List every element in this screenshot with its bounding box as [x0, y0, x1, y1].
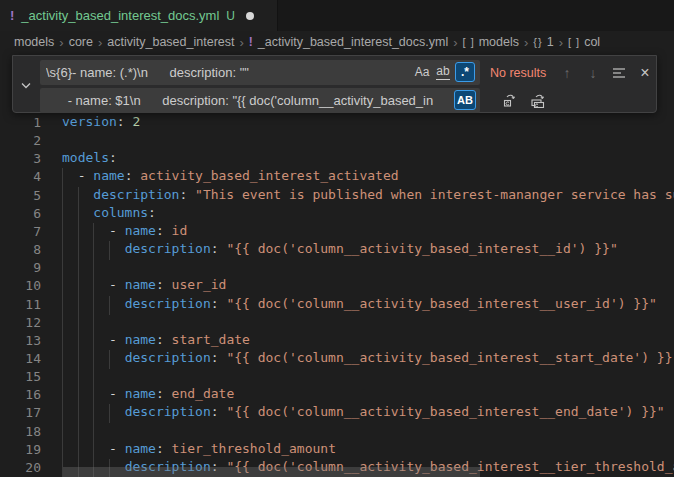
line-number: 9 [0, 259, 41, 278]
line-number: 12 [0, 314, 41, 333]
line-number: 4 [0, 168, 41, 187]
code-line [62, 314, 674, 333]
indent-guide [62, 350, 63, 369]
toggle-replace-chevron-icon[interactable] [17, 77, 35, 93]
indent-guide [93, 259, 94, 278]
line-number: 15 [0, 368, 41, 387]
yaml-file-icon: ! [249, 35, 253, 49]
code-token: models [62, 150, 109, 165]
indent-guide [78, 368, 79, 387]
breadcrumb-label: 1 [547, 35, 554, 49]
replace-input[interactable] [40, 88, 480, 113]
breadcrumb-label: core [69, 35, 93, 49]
code-token: : [156, 277, 172, 292]
git-untracked-badge: U [226, 9, 235, 23]
indent-guide [109, 350, 110, 369]
indent-guide [62, 404, 63, 423]
indent-guide [78, 423, 79, 442]
indent-guide [62, 205, 63, 224]
symbol-object-icon: {} [533, 36, 542, 48]
breadcrumb-label: models [479, 35, 519, 49]
breadcrumb-label: _activity_based_interest_docs.yml [258, 35, 448, 49]
preserve-case-icon[interactable]: AB [454, 90, 476, 110]
indent-guide [78, 223, 79, 242]
indent-guide [93, 441, 94, 460]
line-number: 14 [0, 350, 41, 369]
breadcrumb-item[interactable]: [ ]col [568, 35, 600, 49]
find-in-selection-icon[interactable] [608, 62, 630, 84]
indent-guide [93, 241, 94, 260]
code-token: name [125, 223, 156, 238]
breadcrumb-item[interactable]: core [69, 35, 93, 49]
indent-guide [93, 223, 94, 242]
code-token: "{{ doc('column__activity_based_interest… [226, 350, 674, 365]
breadcrumb-separator-icon: › [239, 35, 243, 50]
code-token: : [211, 404, 227, 419]
code-token: : [211, 350, 227, 365]
next-match-button[interactable]: ↓ [582, 62, 604, 84]
indent-guide [93, 277, 94, 296]
code-token: 2 [132, 114, 140, 129]
use-regex-icon[interactable]: .* [455, 62, 475, 82]
indent-guide [62, 386, 63, 405]
indent-guide [62, 277, 63, 296]
breadcrumb-item[interactable]: {}1 [533, 35, 553, 49]
close-find-widget-icon[interactable]: × [634, 62, 656, 84]
line-number: 20 [0, 459, 41, 477]
code-line [62, 259, 674, 278]
previous-match-button[interactable]: ↑ [556, 62, 578, 84]
indent-guide [62, 187, 63, 206]
symbol-array-icon: [ ] [568, 36, 580, 48]
code-line [62, 132, 674, 151]
indent-guide [78, 441, 79, 460]
code-token: name [125, 332, 156, 347]
code-token: : [156, 441, 172, 456]
symbol-array-icon: [ ] [463, 36, 475, 48]
indent-guide [78, 314, 79, 333]
breadcrumb-item[interactable]: [ ]models [463, 35, 519, 49]
code-line [62, 423, 674, 442]
line-number: 18 [0, 423, 41, 442]
breadcrumb-item[interactable]: !_activity_based_interest_docs.yml [249, 35, 448, 49]
breadcrumb-separator-icon: › [59, 35, 63, 50]
code-line: - name: id [62, 223, 674, 242]
replace-one-icon[interactable] [499, 89, 521, 111]
code-token: : [117, 114, 133, 129]
code-token: description [125, 404, 211, 419]
breadcrumb: models›core›activity_based_interest›!_ac… [0, 31, 674, 53]
indent-guide [62, 259, 63, 278]
code-token: "{{ doc('column__activity_based_interest… [226, 296, 656, 311]
line-number: 1 [0, 114, 41, 133]
indent-guide [62, 296, 63, 315]
indent-guide [93, 314, 94, 333]
code-token: : [156, 332, 172, 347]
breadcrumb-item[interactable]: activity_based_interest [107, 35, 234, 49]
code-line [62, 368, 674, 387]
line-number: 13 [0, 332, 41, 351]
code-token: : [211, 241, 227, 256]
replace-all-icon[interactable] [527, 89, 549, 111]
indent-guide [62, 223, 63, 242]
code-editor[interactable]: 1version: 223models:4 - name: activity_b… [0, 53, 674, 477]
horizontal-scrollbar[interactable] [63, 467, 480, 477]
breadcrumb-item[interactable]: models [14, 35, 54, 49]
code-line: - name: start_date [62, 332, 674, 351]
indent-guide [93, 386, 94, 405]
find-status-text: No results [490, 60, 546, 85]
editor-tab[interactable]: ! _activity_based_interest_docs.yml U [0, 0, 278, 31]
code-line: - name: tier_threshold_amount [62, 441, 674, 460]
indent-guide [78, 277, 79, 296]
code-token: description [93, 187, 179, 202]
code-token: end_date [172, 386, 235, 401]
indent-guide [62, 423, 63, 442]
match-case-icon[interactable]: Aa [412, 62, 432, 82]
indent-guide [78, 205, 79, 224]
line-number: 2 [0, 132, 41, 151]
indent-guide [93, 296, 94, 315]
find-replace-widget: Aa ab .* No results ↑ ↓ × AB [12, 55, 657, 113]
indent-guide [78, 187, 79, 206]
whole-word-icon[interactable]: ab [433, 62, 453, 82]
indent-guide [62, 332, 63, 351]
breadcrumb-separator-icon: › [524, 35, 528, 50]
unsaved-changes-dot[interactable] [246, 12, 254, 20]
